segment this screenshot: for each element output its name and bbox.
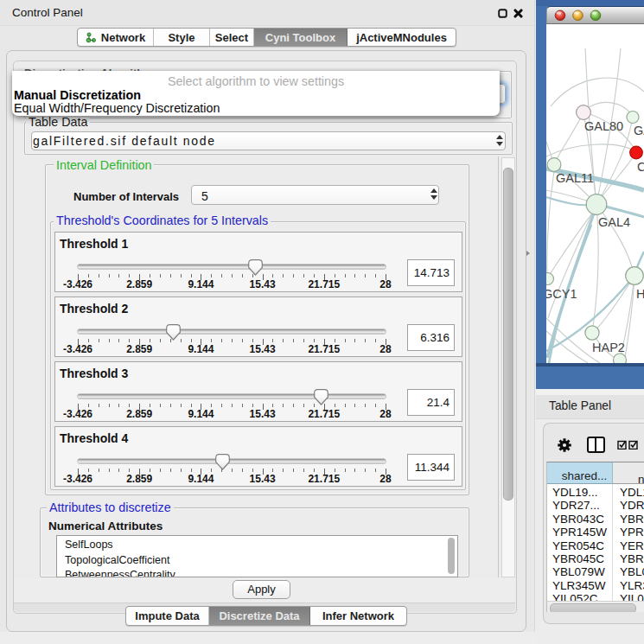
svg-text:GAL11: GAL11 [556,171,594,185]
svg-text:GA: GA [634,124,644,137]
svg-text:C: C [637,160,644,174]
svg-text:HAP2: HAP2 [592,341,625,354]
svg-text:H: H [636,287,644,301]
svg-text:GAL4: GAL4 [598,215,630,229]
svg-text:GAL80: GAL80 [584,119,623,133]
svg-text:GCY1: GCY1 [546,287,577,301]
